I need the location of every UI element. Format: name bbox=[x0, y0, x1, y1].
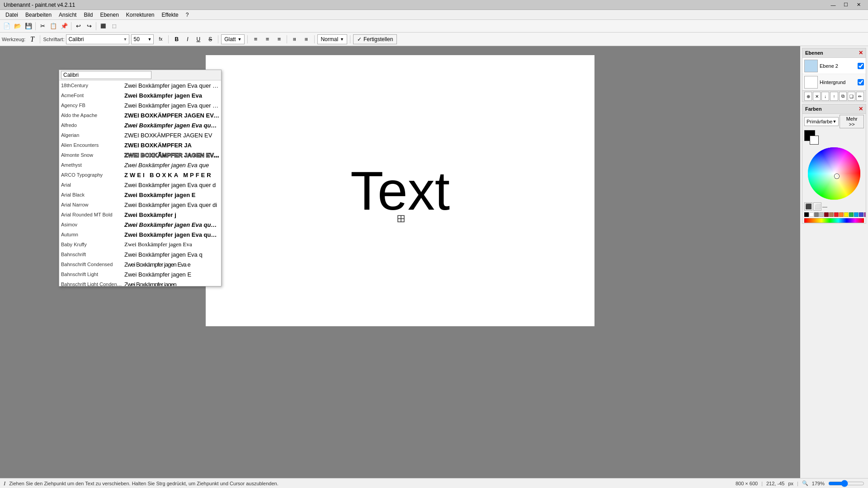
layer-item-hintergrund[interactable]: Hintergrund bbox=[802, 74, 866, 90]
palette-swatch-10[interactable] bbox=[854, 212, 859, 217]
cut-button[interactable]: ✂ bbox=[38, 21, 47, 31]
color-icon-2[interactable]: ⬜ bbox=[813, 202, 821, 211]
font-item-15[interactable]: AutumnZwei Boxkämpfer jagen Eva quer d bbox=[59, 230, 221, 239]
palette-swatch-9[interactable] bbox=[849, 212, 854, 217]
italic-button[interactable]: I bbox=[184, 34, 191, 44]
font-item-6[interactable]: Alien EncountersZWEI BOXKÄMPFER JA bbox=[59, 140, 221, 150]
menu-korrekturen[interactable]: Korrekturen bbox=[123, 11, 158, 19]
palette-swatch-6[interactable] bbox=[834, 212, 839, 217]
palette-swatch-11[interactable] bbox=[859, 212, 863, 217]
color-icon-1[interactable]: ⬛ bbox=[804, 202, 812, 211]
layer-properties-button[interactable]: ✏ bbox=[856, 92, 864, 101]
layer-item-ebene2[interactable]: Ebene 2 bbox=[802, 58, 866, 74]
font-item-3[interactable]: Aldo the ApacheZWEI BOXKÄMPFER JAGEN EVA… bbox=[59, 110, 221, 120]
color-gradient-strip[interactable] bbox=[804, 218, 864, 223]
menu-help[interactable]: ? bbox=[182, 11, 193, 19]
layer-check-hintergrund[interactable] bbox=[858, 79, 864, 85]
open-button[interactable]: 📂 bbox=[13, 21, 23, 31]
palette-swatch-8[interactable] bbox=[844, 212, 849, 217]
font-item-1[interactable]: AcmeFontZwei Boxkämpfer jagen Eva bbox=[59, 90, 221, 100]
color-swatch-main[interactable] bbox=[804, 130, 819, 145]
font-item-16[interactable]: Baby KruffyZwei Boxkämpfer jagen Eva bbox=[59, 239, 221, 249]
move-handle[interactable] bbox=[397, 215, 405, 222]
font-list[interactable]: 18thCenturyZwei Boxkämpfer jagen Eva que… bbox=[59, 80, 221, 286]
layer-up-button[interactable]: ↑ bbox=[830, 92, 838, 101]
minimize-button[interactable]: — bbox=[827, 1, 839, 9]
font-item-8[interactable]: AmethystZwei Boxkämpfer jagen Eva que bbox=[59, 160, 221, 170]
font-item-5[interactable]: AlgerianZWEI BOXKÄMPFER JAGEN EV bbox=[59, 130, 221, 140]
palette-swatch-2[interactable] bbox=[814, 212, 819, 217]
finish-button[interactable]: ✓ Fertigstellen bbox=[353, 34, 397, 44]
text-tool-icon[interactable]: T bbox=[27, 34, 37, 44]
valign-mid-button[interactable]: ≡ bbox=[302, 34, 311, 44]
font-item-7[interactable]: Almonte SnowZWEI BOXKÄMPFER JAGEN EVA QU… bbox=[59, 150, 221, 160]
layer-check-ebene2[interactable] bbox=[858, 63, 864, 69]
farben-close-button[interactable]: ✕ bbox=[859, 106, 863, 112]
bold-button[interactable]: B bbox=[171, 34, 182, 44]
menu-ansicht[interactable]: Ansicht bbox=[55, 11, 80, 19]
paste-button[interactable]: 📌 bbox=[59, 21, 69, 31]
new-button[interactable]: 📄 bbox=[2, 21, 12, 31]
font-select[interactable]: Calibri ▼ bbox=[66, 34, 129, 44]
layer-add-button[interactable]: ⊕ bbox=[804, 92, 812, 101]
rotate-button[interactable]: ⬚ bbox=[109, 21, 119, 31]
palette-swatch-5[interactable] bbox=[829, 212, 834, 217]
palette-swatch-7[interactable] bbox=[839, 212, 844, 217]
font-search-input[interactable] bbox=[61, 71, 151, 79]
font-item-18[interactable]: Bahnschrift CondensedZwei Boxkämpfer jag… bbox=[59, 259, 221, 269]
font-item-12[interactable]: Arial NarrowZwei Boxkämpfer jagen Eva qu… bbox=[59, 200, 221, 210]
font-item-11[interactable]: Arial BlackZwei Boxkämpfer jagen E bbox=[59, 190, 221, 200]
font-item-0[interactable]: 18thCenturyZwei Boxkämpfer jagen Eva que… bbox=[59, 80, 221, 90]
fx-button[interactable]: fx bbox=[156, 34, 165, 44]
menu-ebenen[interactable]: Ebenen bbox=[96, 11, 122, 19]
color-wheel[interactable] bbox=[807, 146, 861, 201]
layer-merge-button[interactable]: ❑ bbox=[848, 92, 855, 101]
redo-button[interactable]: ↪ bbox=[84, 21, 94, 31]
undo-button[interactable]: ↩ bbox=[73, 21, 83, 31]
font-item-2[interactable]: Agency FBZwei Boxkämpfer jagen Eva quer … bbox=[59, 100, 221, 110]
layer-duplicate-button[interactable]: ⧉ bbox=[839, 92, 847, 101]
background-swatch[interactable] bbox=[810, 136, 819, 145]
mehr-button[interactable]: Mehr >> bbox=[840, 115, 864, 128]
select-all-button[interactable]: ⬛ bbox=[98, 21, 108, 31]
font-item-13[interactable]: Arial Rounded MT BoldZwei Boxkämpfer j bbox=[59, 210, 221, 220]
color-type-select[interactable]: Primärfarbe ▼ bbox=[804, 117, 839, 126]
layer-down-button[interactable]: ↓ bbox=[821, 92, 829, 101]
font-item-19[interactable]: Bahnschrift LightZwei Boxkämpfer jagen E bbox=[59, 269, 221, 279]
font-item-14[interactable]: AsimovZwei Boxkämpfer jagen Eva quer e bbox=[59, 220, 221, 230]
palette-swatch-4[interactable] bbox=[824, 212, 829, 217]
layer-delete-button[interactable]: ✕ bbox=[813, 92, 821, 101]
color-wheel-container[interactable] bbox=[802, 145, 866, 202]
menu-bild[interactable]: Bild bbox=[80, 11, 96, 19]
menu-effekte[interactable]: Effekte bbox=[158, 11, 182, 19]
font-item-4[interactable]: AlfredoZwei Boxkämpfer jagen Eva quer d bbox=[59, 120, 221, 130]
underline-button[interactable]: U bbox=[193, 34, 203, 44]
palette-swatch-1[interactable] bbox=[809, 212, 814, 217]
palette-swatch-12[interactable] bbox=[864, 212, 866, 217]
align-center-button[interactable]: ≡ bbox=[262, 34, 272, 44]
palette-swatch-0[interactable] bbox=[804, 212, 809, 217]
align-right-button[interactable]: ≡ bbox=[274, 34, 284, 44]
canvas[interactable]: Text bbox=[206, 55, 594, 326]
strikethrough-button[interactable]: S bbox=[205, 34, 215, 44]
font-item-20[interactable]: Bahnschrift Light CondensedZwei Boxkämpf… bbox=[59, 279, 221, 286]
font-item-10[interactable]: ArialZwei Boxkämpfer jagen Eva quer d bbox=[59, 180, 221, 190]
palette-swatch-3[interactable] bbox=[819, 212, 824, 217]
antialias-select[interactable]: Glatt ▼ bbox=[221, 34, 245, 44]
rendering-select[interactable]: Normal ▼ bbox=[317, 34, 347, 44]
close-button[interactable]: ✕ bbox=[853, 1, 864, 9]
save-button[interactable]: 💾 bbox=[24, 21, 33, 31]
maximize-button[interactable]: ☐ bbox=[840, 1, 852, 9]
valign-top-button[interactable]: ≡ bbox=[290, 34, 300, 44]
font-dropdown[interactable]: 18thCenturyZwei Boxkämpfer jagen Eva que… bbox=[59, 70, 222, 286]
align-left-button[interactable]: ≡ bbox=[250, 34, 260, 44]
font-name-3: Aldo the Apache bbox=[61, 113, 124, 118]
font-item-17[interactable]: BahnschriftZwei Boxkämpfer jagen Eva q bbox=[59, 249, 221, 259]
menu-datei[interactable]: Datei bbox=[2, 11, 22, 19]
font-item-9[interactable]: ARCO TypographyZWEI BOXKA MPFER bbox=[59, 170, 221, 180]
copy-button[interactable]: 📋 bbox=[48, 21, 58, 31]
menu-bearbeiten[interactable]: Bearbeiten bbox=[22, 11, 55, 19]
ebenen-close-button[interactable]: ✕ bbox=[859, 50, 863, 56]
color-wheel-canvas[interactable] bbox=[807, 146, 861, 201]
font-size-select[interactable]: 50 ▼ bbox=[131, 34, 154, 44]
